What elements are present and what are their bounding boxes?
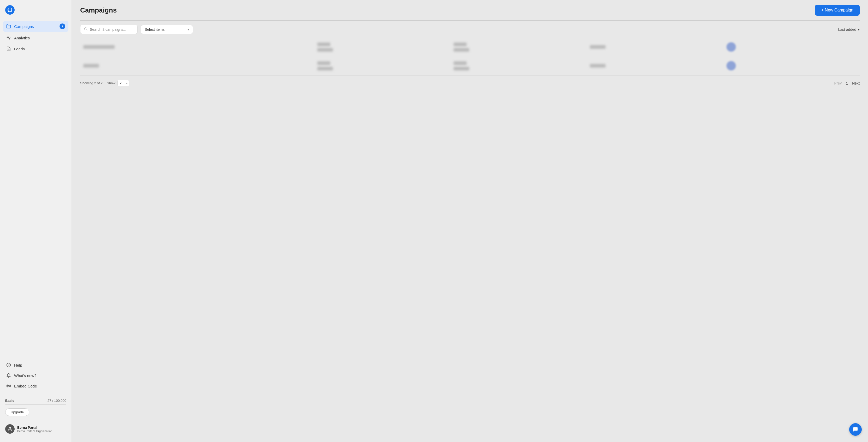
campaign-stat-label-2 [454, 48, 469, 52]
search-input[interactable] [90, 27, 134, 32]
upgrade-button[interactable]: Upgrade [5, 408, 29, 416]
campaign-stat-2 [454, 42, 467, 46]
sort-control[interactable]: Last added ▾ [838, 27, 860, 32]
campaign-status [726, 42, 736, 52]
campaign-stat-1 [317, 42, 330, 46]
plan-name: Basic [5, 399, 14, 403]
campaign-status [726, 61, 736, 70]
svg-point-4 [8, 386, 9, 386]
sidebar-item-label: Leads [14, 47, 25, 51]
chat-icon [852, 427, 858, 432]
search-icon [84, 27, 88, 32]
campaigns-table-container [72, 38, 868, 76]
svg-point-5 [9, 427, 11, 429]
table-row[interactable] [80, 57, 860, 76]
sidebar-item-label: Campaigns [14, 24, 34, 29]
sidebar-item-campaigns[interactable]: Campaigns 2 [3, 21, 68, 32]
new-campaign-button[interactable]: + New Campaign [815, 5, 860, 16]
pagination-info: Showing 2 of 2 [80, 81, 103, 85]
sidebar-item-analytics[interactable]: Analytics [3, 33, 68, 43]
user-org: Berna Partal's Organization [17, 430, 52, 433]
folder-icon [6, 24, 11, 29]
sidebar-nav: Campaigns 2 Analytics [0, 21, 71, 360]
sidebar-item-embed-code[interactable]: Embed Code [3, 381, 68, 391]
chart-icon [6, 35, 11, 40]
sidebar-bottom-nav: Help What's new? Embed Code [0, 360, 71, 392]
campaign-stat-label-1 [317, 48, 333, 52]
sidebar-item-label: Help [14, 363, 22, 367]
campaign-stat-3 [590, 45, 606, 49]
help-icon [6, 363, 11, 367]
show-select[interactable]: 7 10 25 50 [118, 80, 129, 87]
plan-progress-bar [5, 404, 66, 405]
app-logo[interactable] [5, 5, 14, 14]
next-button[interactable]: Next [852, 81, 860, 85]
svg-point-6 [85, 28, 87, 30]
avatar [5, 424, 14, 434]
sidebar-item-whats-new[interactable]: What's new? [3, 371, 68, 380]
user-name: Berna Partal [17, 426, 52, 430]
user-section[interactable]: Berna Partal Berna Partal's Organization [0, 421, 71, 437]
sidebar-item-label: Embed Code [14, 384, 37, 388]
table-row[interactable] [80, 38, 860, 57]
select-items-dropdown[interactable]: Select items ▾ [141, 25, 193, 34]
sidebar-item-help[interactable]: Help [3, 360, 68, 370]
campaign-name [83, 64, 99, 68]
current-page: 1 [846, 81, 848, 85]
plan-section: Basic 27 / 100.000 Upgrade [0, 396, 71, 419]
sidebar: Campaigns 2 Analytics [0, 0, 72, 442]
campaign-stat-label-2 [454, 67, 469, 70]
plan-count: 27 / 100.000 [48, 399, 66, 403]
toolbar: Select items ▾ Last added ▾ [72, 21, 868, 38]
sidebar-item-leads[interactable]: Leads [3, 44, 68, 54]
page-title: Campaigns [80, 6, 117, 14]
show-control: Show 7 10 25 50 [107, 80, 129, 87]
main-header: Campaigns + New Campaign [72, 0, 868, 20]
campaign-stat-2 [454, 61, 467, 65]
sidebar-item-label: What's new? [14, 373, 36, 378]
prev-button: Prev [834, 81, 842, 85]
sidebar-item-label: Analytics [14, 36, 30, 40]
svg-line-7 [87, 30, 88, 31]
show-label: Show [107, 81, 116, 85]
campaign-stat-label-1 [317, 67, 333, 70]
select-placeholder: Select items [145, 27, 164, 32]
search-box[interactable] [80, 25, 137, 34]
document-icon [6, 46, 11, 51]
campaign-name [83, 45, 115, 49]
chat-button[interactable] [849, 423, 862, 436]
campaigns-table [80, 38, 860, 76]
campaigns-badge: 2 [60, 24, 65, 29]
campaign-stat-1 [317, 61, 330, 65]
bell-icon [6, 373, 11, 378]
sort-label: Last added [838, 27, 856, 32]
pagination-nav: Prev 1 Next [834, 81, 860, 85]
campaign-stat-3 [590, 64, 606, 68]
embed-icon [6, 383, 11, 388]
pagination: Showing 2 of 2 Show 7 10 25 50 Prev 1 Ne… [72, 76, 868, 91]
chevron-down-icon: ▾ [187, 28, 189, 31]
main-content: Campaigns + New Campaign Select items ▾ … [72, 0, 868, 442]
sort-chevron-icon: ▾ [858, 27, 860, 32]
